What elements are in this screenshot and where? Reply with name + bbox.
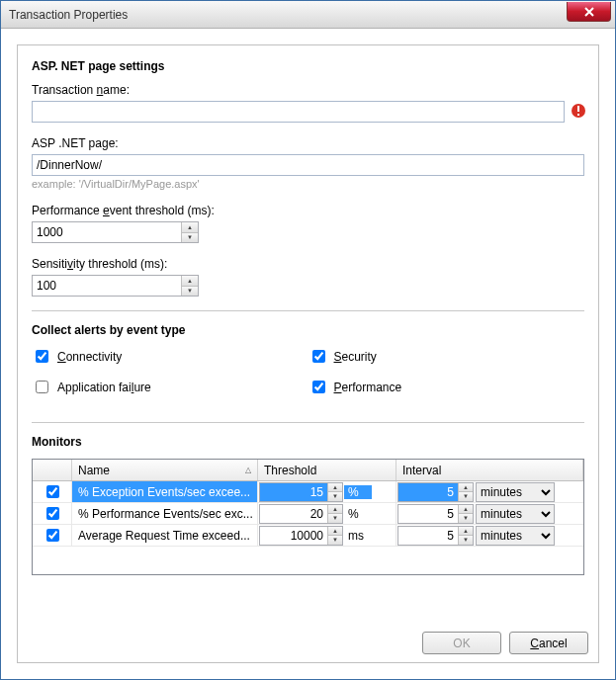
row-name: Average Request Time exceed... [72, 525, 258, 546]
connectivity-checkbox[interactable] [36, 350, 48, 363]
window-title: Transaction Properties [9, 8, 128, 22]
sensitivity-input[interactable] [33, 276, 181, 296]
row-checkbox[interactable] [46, 485, 59, 498]
check-connectivity[interactable]: Connectivity [32, 347, 308, 366]
perf-threshold-label: Performance event threshold (ms): [32, 204, 584, 217]
threshold-spinner[interactable]: ▲▼ [259, 482, 343, 502]
spin-down-icon[interactable]: ▼ [459, 492, 473, 501]
check-performance[interactable]: Performance [308, 378, 585, 396]
table-row[interactable]: % Performance Events/sec exc...▲▼%▲▼minu… [33, 503, 583, 525]
col-check[interactable] [33, 460, 72, 480]
asp-page-example: example: '/VirtualDir/MyPage.aspx' [32, 178, 584, 190]
check-security[interactable]: Security [308, 347, 585, 366]
spin-up-icon[interactable]: ▲ [459, 527, 473, 537]
interval-input[interactable] [398, 527, 458, 545]
table-row[interactable]: % Exception Events/sec excee...▲▼%▲▼minu… [33, 481, 583, 503]
spin-down-icon[interactable]: ▼ [328, 514, 342, 523]
threshold-unit: % [344, 507, 372, 521]
interval-spinner[interactable]: ▲▼ [397, 526, 474, 546]
spin-down-icon[interactable]: ▼ [328, 536, 342, 545]
row-interval: ▲▼minutes [396, 503, 583, 524]
cancel-button[interactable]: Cancel [509, 632, 588, 654]
spin-down-icon[interactable]: ▼ [328, 492, 342, 501]
threshold-unit: % [344, 485, 372, 499]
title-bar: Transaction Properties [1, 1, 615, 29]
row-threshold: ▲▼ms [258, 525, 396, 546]
spin-up-icon[interactable]: ▲ [328, 527, 342, 537]
row-threshold: ▲▼% [258, 481, 396, 502]
app-failure-checkbox[interactable] [36, 381, 48, 393]
row-threshold: ▲▼% [258, 503, 396, 524]
sensitivity-spinner[interactable]: ▲▼ [32, 275, 199, 297]
check-app-failure[interactable]: Application failure [32, 378, 308, 396]
col-name[interactable]: Name△ [72, 460, 258, 480]
threshold-input[interactable] [260, 527, 327, 545]
row-checkbox[interactable] [46, 529, 59, 542]
section-monitors: Monitors [32, 435, 584, 449]
ok-button[interactable]: OK [422, 632, 501, 654]
spin-up-icon[interactable]: ▲ [459, 505, 473, 515]
asp-page-label: ASP .NET page: [32, 136, 584, 150]
transaction-name-input[interactable] [32, 101, 565, 123]
monitors-body: % Exception Events/sec excee...▲▼%▲▼minu… [33, 481, 583, 547]
asp-page-input[interactable] [32, 154, 584, 176]
separator [32, 310, 584, 311]
row-interval: ▲▼minutes [396, 525, 583, 546]
col-interval[interactable]: Interval [396, 460, 583, 480]
perf-threshold-spinner[interactable]: ▲▼ [32, 221, 199, 243]
monitors-table: Name△ Threshold Interval % Exception Eve… [32, 459, 584, 575]
close-icon [584, 7, 594, 17]
spin-down-icon[interactable]: ▼ [459, 536, 473, 545]
spin-up-icon[interactable]: ▲ [182, 276, 198, 287]
interval-spinner[interactable]: ▲▼ [397, 482, 474, 502]
threshold-input[interactable] [260, 483, 327, 501]
spin-up-icon[interactable]: ▲ [328, 483, 342, 493]
row-interval: ▲▼minutes [396, 481, 583, 502]
spin-down-icon[interactable]: ▼ [459, 514, 473, 523]
row-check-cell [33, 503, 72, 524]
perf-threshold-input[interactable] [33, 222, 181, 242]
row-name: % Performance Events/sec exc... [72, 503, 258, 524]
spin-down-icon[interactable]: ▼ [182, 287, 198, 297]
transaction-name-label: Transaction name: [32, 83, 584, 97]
row-check-cell [33, 481, 72, 502]
spin-up-icon[interactable]: ▲ [182, 222, 198, 233]
interval-unit-select[interactable]: minutes [476, 526, 555, 546]
spinner-buttons[interactable]: ▲▼ [181, 276, 198, 296]
svg-rect-1 [577, 106, 579, 112]
table-row[interactable]: Average Request Time exceed...▲▼ms▲▼minu… [33, 525, 583, 547]
spin-up-icon[interactable]: ▲ [459, 483, 473, 493]
spin-down-icon[interactable]: ▼ [182, 233, 198, 243]
interval-unit-select[interactable]: minutes [476, 482, 555, 502]
spinner-buttons[interactable]: ▲▼ [181, 222, 198, 242]
interval-input[interactable] [398, 483, 458, 501]
alert-checkboxes: Connectivity Security Application failur… [32, 347, 584, 408]
threshold-spinner[interactable]: ▲▼ [259, 526, 343, 546]
field-perf-threshold: Performance event threshold (ms): ▲▼ [32, 204, 584, 243]
sensitivity-label: Sensitivity threshold (ms): [32, 257, 584, 271]
section-collect-alerts: Collect alerts by event type [32, 323, 584, 337]
threshold-unit: ms [344, 529, 372, 543]
interval-spinner[interactable]: ▲▼ [397, 504, 474, 524]
threshold-input[interactable] [260, 505, 327, 523]
separator [32, 422, 584, 423]
content-area: ASP. NET page settings Transaction name:… [1, 29, 615, 679]
field-transaction-name: Transaction name: [32, 83, 584, 123]
monitors-header: Name△ Threshold Interval [33, 460, 583, 481]
row-checkbox[interactable] [46, 507, 59, 520]
spin-up-icon[interactable]: ▲ [328, 505, 342, 515]
svg-rect-2 [577, 114, 579, 116]
security-checkbox[interactable] [312, 350, 325, 363]
field-sensitivity: Sensitivity threshold (ms): ▲▼ [32, 257, 584, 297]
interval-unit-select[interactable]: minutes [476, 504, 555, 524]
interval-input[interactable] [398, 505, 458, 523]
section-asp-settings: ASP. NET page settings [32, 59, 584, 73]
error-icon [571, 103, 586, 119]
row-name: % Exception Events/sec excee... [72, 481, 258, 502]
close-button[interactable] [567, 2, 611, 22]
threshold-spinner[interactable]: ▲▼ [259, 504, 343, 524]
inner-panel: ASP. NET page settings Transaction name:… [17, 44, 599, 663]
row-check-cell [33, 525, 72, 546]
col-threshold[interactable]: Threshold [258, 460, 396, 480]
performance-checkbox[interactable] [312, 381, 325, 393]
